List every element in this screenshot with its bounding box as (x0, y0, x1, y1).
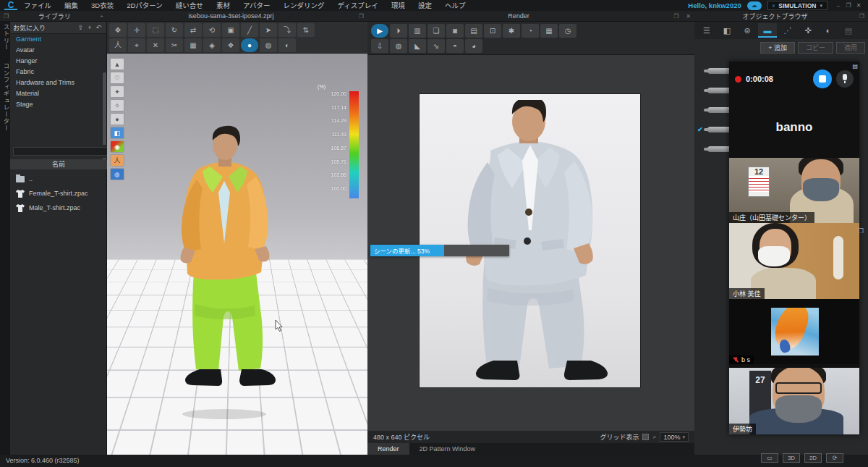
participant-video[interactable]: 小林 美佳 (729, 223, 859, 299)
toolbar-icon[interactable]: 人 (109, 38, 127, 52)
display-toggle-icon[interactable]: ♡ (110, 72, 124, 84)
participant-video[interactable]: 27 伊勢坊 (729, 368, 859, 434)
display-toggle-icon[interactable]: ◍ (110, 168, 124, 180)
object-browser-tab-icon[interactable]: ▬ (758, 23, 777, 38)
popout-icon[interactable]: ❐ (0, 13, 12, 20)
window-layout-button[interactable]: ▭ (761, 453, 778, 463)
render-toolbar-icon[interactable]: ▶ (371, 24, 388, 38)
menu-item[interactable]: 2Dパターン (120, 0, 169, 11)
library-header-icon[interactable]: ↶ (93, 24, 103, 31)
object-browser-tab-icon[interactable]: ▤ (839, 23, 858, 38)
render-toolbar-icon[interactable]: ⇩ (371, 39, 388, 53)
toolbar-icon[interactable]: ◐ (278, 38, 296, 52)
menu-item[interactable]: 縫い合せ (169, 0, 210, 11)
object-browser-button[interactable]: コピー (798, 42, 833, 54)
window-control-icon[interactable]: – (833, 2, 843, 9)
toolbar-icon[interactable]: ✕ (147, 38, 164, 52)
add-tab-icon[interactable]: + (96, 13, 107, 20)
library-title[interactable]: ライブラリ (12, 12, 96, 21)
menu-item[interactable]: 3D衣装 (85, 0, 120, 11)
library-header-icon[interactable]: + (85, 24, 93, 31)
popout-icon[interactable]: ❐ (670, 13, 682, 20)
render-toolbar-icon[interactable]: ✱ (503, 24, 520, 38)
render-toolbar-icon[interactable]: ❏ (427, 24, 445, 38)
menu-item[interactable]: 設定 (412, 0, 438, 11)
render-toolbar-icon[interactable]: ⏵ (390, 24, 407, 38)
name-column-header[interactable]: 名前 (10, 159, 107, 169)
cloud-icon[interactable]: ☁ (747, 1, 762, 10)
viewport3d-scene[interactable]: (%) 120.00117.14114.29111.43108.57105.71… (107, 54, 367, 455)
avatar-3d-figure[interactable] (149, 123, 301, 427)
menu-item[interactable]: 編集 (58, 0, 85, 11)
toolbar-icon[interactable]: ● (241, 38, 258, 52)
object-browser-tab-icon[interactable]: ◐ (819, 23, 838, 38)
toolbar-icon[interactable]: ⬚ (147, 23, 164, 37)
render-toolbar-icon[interactable]: ◔ (522, 24, 539, 38)
render-toolbar-icon[interactable]: ◷ (559, 24, 576, 38)
object-browser-tab-icon[interactable]: ◧ (718, 23, 736, 38)
render-toolbar-icon[interactable]: ◣ (409, 39, 426, 53)
render-toolbar-icon[interactable]: ▥ (409, 24, 426, 38)
window-control-icon[interactable]: ✕ (854, 2, 864, 9)
render-toolbar-icon[interactable]: ⇘ (427, 39, 445, 53)
library-category[interactable]: Stage (10, 99, 106, 110)
display-toggle-icon[interactable]: ◉ (110, 140, 124, 153)
toolbar-icon[interactable]: ✂ (166, 38, 183, 52)
toolbar-icon[interactable]: ◈ (203, 38, 221, 52)
menu-item[interactable]: 環境 (385, 0, 412, 11)
library-category[interactable]: Hardware and Trims (10, 77, 106, 88)
toolbar-icon[interactable]: ✥ (109, 23, 127, 37)
object-browser-button[interactable]: 適用 (836, 42, 865, 54)
object-browser-tab-icon[interactable]: ⋰ (778, 23, 797, 38)
render-toolbar-icon[interactable]: ▤ (465, 24, 482, 38)
app-logo[interactable]: C (4, 1, 17, 10)
participant-video[interactable]: b s (729, 299, 859, 364)
library-category[interactable]: Material (10, 88, 106, 99)
library-category[interactable]: Fabric (10, 67, 106, 77)
render-toolbar-icon[interactable]: ◍ (390, 39, 407, 53)
display-toggle-icon[interactable]: 人 (110, 154, 124, 167)
mic-button[interactable] (836, 70, 854, 88)
menu-item[interactable]: アバター (237, 0, 277, 11)
menu-item[interactable]: 素材 (210, 0, 237, 11)
popout-icon[interactable]: ❐ (858, 227, 864, 235)
toolbar-icon[interactable]: ◍ (260, 38, 277, 52)
menu-item[interactable]: ヘルプ (438, 0, 472, 11)
menu-item[interactable]: レンダリング (277, 0, 331, 11)
toolbar-icon[interactable]: ➤ (260, 23, 277, 37)
stop-button[interactable] (813, 70, 832, 88)
window-control-icon[interactable]: ❐ (843, 2, 854, 9)
toolbar-icon[interactable]: ⌖ (128, 38, 145, 52)
popout-icon[interactable]: ❐ (856, 13, 868, 20)
library-header-icon[interactable]: ⇪ (76, 24, 86, 31)
library-category[interactable]: Garment (10, 34, 106, 45)
toolbar-icon[interactable]: ⇄ (184, 23, 202, 37)
close-icon[interactable]: ✕ (682, 13, 694, 20)
render-bottom-tab[interactable]: 2D Pattern Window (409, 443, 486, 455)
display-toggle-icon[interactable]: ✦ (110, 85, 124, 98)
window-layout-button[interactable]: ⟳ (826, 453, 843, 463)
display-toggle-icon[interactable]: ◧ (110, 127, 124, 139)
user-greeting[interactable]: Hello, knkw2020 (688, 1, 741, 9)
library-category[interactable]: Avatar (10, 45, 106, 56)
render-viewport[interactable]: シーンの更新... 53% (367, 55, 694, 442)
file-row-male-tshirt[interactable]: Male_T-shirt.zpac (10, 201, 107, 214)
grid-checkbox[interactable] (642, 434, 649, 440)
render-toolbar-icon[interactable]: ◓ (446, 39, 464, 53)
display-toggle-icon[interactable]: ▲ (110, 58, 124, 70)
menu-item[interactable]: ファイル (17, 0, 58, 11)
toolbar-icon[interactable]: ❖ (222, 38, 239, 52)
participant-video[interactable]: 12 山庄（山田基礎センター） (729, 158, 859, 223)
render-bottom-tab[interactable]: Render (367, 443, 409, 455)
object-browser-tab-icon[interactable]: ⊚ (738, 23, 757, 38)
toolbar-icon[interactable]: ⟲ (203, 23, 221, 37)
viewport-3d[interactable]: ✥✛⬚↻⇄⟲▣╱➤⤵⇅ 人⌖✕✂▦◈❖●◍◐ (107, 22, 367, 455)
toolbar-icon[interactable]: ▦ (184, 38, 202, 52)
popout-icon[interactable]: ❐ (355, 13, 367, 20)
render-toolbar-icon[interactable]: ▦ (540, 24, 558, 38)
object-browser-tab-icon[interactable]: ☰ (697, 23, 716, 38)
toolbar-icon[interactable]: ↻ (166, 23, 183, 37)
window-layout-button[interactable]: 2D (804, 453, 822, 463)
toolbar-icon[interactable]: ▣ (222, 23, 239, 37)
file-row-female-tshirt[interactable]: Female_T-shirt.zpac (10, 187, 107, 200)
